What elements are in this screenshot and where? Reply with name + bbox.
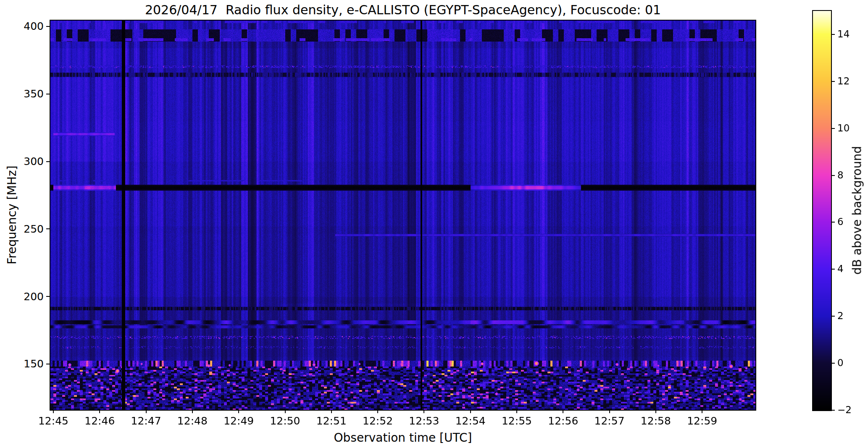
colorbar-tick-mark: [832, 222, 835, 223]
x-tick-label: 12:51: [306, 415, 357, 427]
colorbar-tick-mark: [832, 34, 835, 35]
x-tick-mark: [331, 410, 332, 413]
colorbar-tick-label: 2: [837, 310, 844, 321]
chart-title: 2026/04/17 Radio flux density, e-CALLIST…: [50, 3, 755, 17]
y-tick-mark: [46, 94, 50, 94]
x-tick-mark: [146, 410, 147, 413]
colorbar-tick-label: −2: [837, 404, 852, 415]
x-tick-mark: [192, 410, 193, 413]
x-tick-mark: [423, 410, 424, 413]
y-tick-label: 150: [3, 357, 44, 370]
y-tick-label: 350: [3, 87, 44, 100]
x-tick-mark: [285, 410, 286, 413]
plot-frame: [50, 20, 756, 411]
x-tick-mark: [53, 410, 54, 413]
colorbar-tick-mark: [832, 363, 835, 364]
x-tick-label: 12:45: [28, 415, 79, 427]
x-tick-label: 12:52: [352, 415, 403, 427]
x-tick-mark: [238, 410, 239, 413]
x-axis-label: Observation time [UTC]: [50, 431, 755, 445]
x-tick-mark: [516, 410, 517, 413]
colorbar-tick-label: 6: [837, 216, 844, 227]
x-tick-label: 12:48: [167, 415, 218, 427]
colorbar-tick-label: 0: [837, 357, 844, 368]
y-tick-mark: [46, 296, 50, 297]
x-tick-label: 12:56: [538, 415, 588, 427]
colorbar-label: dB above background: [850, 146, 864, 275]
x-tick-label: 12:49: [213, 415, 264, 427]
x-tick-mark: [470, 410, 471, 413]
x-tick-label: 12:50: [260, 415, 310, 427]
y-tick-mark: [46, 161, 50, 162]
callisto-spectrogram-figure: 2026/04/17 Radio flux density, e-CALLIST…: [0, 0, 868, 448]
y-tick-label: 200: [3, 290, 44, 303]
x-tick-label: 12:59: [677, 415, 727, 427]
colorbar-tick-label: 10: [837, 123, 850, 134]
x-tick-mark: [377, 410, 378, 413]
x-tick-mark: [655, 410, 656, 413]
x-tick-mark: [99, 410, 100, 413]
colorbar-tick-mark: [832, 175, 835, 176]
colorbar-tick-mark: [832, 81, 835, 82]
x-tick-mark: [563, 410, 563, 413]
x-tick-mark: [609, 410, 610, 413]
x-tick-label: 12:47: [121, 415, 171, 427]
colorbar-tick-label: 4: [837, 263, 844, 274]
x-tick-label: 12:46: [74, 415, 125, 427]
x-tick-mark: [702, 410, 702, 413]
colorbar-tick-mark: [832, 316, 835, 317]
colorbar-tick-label: 12: [837, 76, 850, 86]
colorbar-tick-mark: [832, 269, 835, 270]
x-tick-label: 12:55: [492, 415, 542, 427]
y-tick-mark: [46, 364, 50, 364]
y-tick-mark: [46, 26, 50, 27]
x-tick-label: 12:58: [631, 415, 681, 427]
y-axis-label: Frequency [MHz]: [5, 165, 19, 264]
colorbar-tick-label: 14: [837, 29, 850, 39]
y-tick-label: 400: [3, 20, 44, 33]
x-tick-label: 12:53: [399, 415, 449, 427]
y-tick-mark: [46, 228, 50, 229]
colorbar-frame: [812, 10, 832, 411]
colorbar-tick-label: 8: [837, 170, 844, 181]
x-tick-label: 12:54: [445, 415, 496, 427]
colorbar-tick-mark: [832, 128, 835, 129]
colorbar-tick-mark: [832, 410, 835, 411]
x-tick-label: 12:57: [584, 415, 635, 427]
